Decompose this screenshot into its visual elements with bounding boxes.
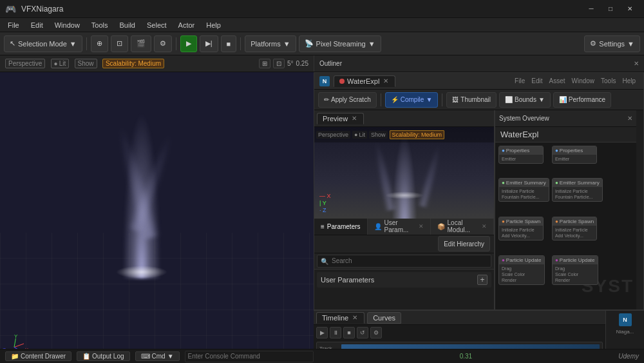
outliner-close[interactable]: ✕ bbox=[634, 60, 639, 67]
user-params-tab[interactable]: 👤 User Param... ✕ bbox=[368, 219, 431, 235]
grid-icon[interactable]: ⊞ bbox=[259, 59, 270, 68]
preview-viewport[interactable]: Perspective ● Lit Show Scalability: Medi… bbox=[314, 127, 494, 219]
maximize-button[interactable]: □ bbox=[601, 3, 620, 15]
node-particle-spawn-1[interactable]: ● Particle Spawn Initialize Particle Add… bbox=[498, 217, 544, 240]
pixel-streaming-button[interactable]: 📡 Pixel Streaming ▼ bbox=[299, 35, 381, 52]
menu-help[interactable]: Help bbox=[201, 20, 226, 30]
node-canvas[interactable]: SYST ● Properties Emitter bbox=[495, 142, 636, 309]
cmd-chevron: ▼ bbox=[167, 353, 174, 360]
settings-button[interactable]: ⚙ Settings ▼ bbox=[584, 35, 640, 52]
thumbnail-button[interactable]: 🖼 Thumbnail bbox=[446, 92, 497, 108]
apply-scratch-button[interactable]: ✏ Apply Scratch bbox=[318, 92, 377, 108]
node-dot-6: ● bbox=[555, 180, 558, 186]
parameters-tab[interactable]: ≡ Parameters bbox=[314, 219, 368, 235]
platforms-button[interactable]: Platforms ▼ bbox=[245, 35, 296, 52]
timeline-tabs-bar: Timeline ✕ Curves bbox=[314, 311, 605, 325]
scalability-badge[interactable]: Scalability: Medium bbox=[102, 59, 164, 68]
stop-button[interactable]: ■ bbox=[221, 35, 237, 52]
compile-icon: ⚡ bbox=[391, 96, 399, 103]
menu-build[interactable]: Build bbox=[115, 20, 140, 30]
close-button[interactable]: ✕ bbox=[621, 3, 639, 15]
snap-icon[interactable]: ⊡ bbox=[273, 59, 285, 68]
node-item-2: Fountain Particle... bbox=[502, 194, 546, 200]
curves-tab[interactable]: Curves bbox=[367, 312, 401, 324]
step-button[interactable]: ▶| bbox=[200, 35, 218, 52]
file-menu-item[interactable]: File bbox=[512, 76, 527, 86]
console-input[interactable] bbox=[185, 351, 314, 362]
menu-select[interactable]: Select bbox=[142, 20, 172, 30]
compile-button[interactable]: ⚡ Compile ▼ bbox=[385, 92, 439, 108]
menu-window[interactable]: Window bbox=[50, 20, 85, 30]
build-button[interactable]: ⚙ bbox=[154, 35, 172, 52]
content-drawer-button[interactable]: 📁 Content Drawer bbox=[5, 351, 71, 361]
menu-file[interactable]: File bbox=[3, 20, 24, 30]
node-emitter-summary-1[interactable]: ● Emitter Summary Initialize Particle Fo… bbox=[498, 178, 549, 202]
menu-actor[interactable]: Actor bbox=[173, 20, 200, 30]
tab-close-button[interactable]: ✕ bbox=[382, 77, 390, 84]
menu-tools[interactable]: Tools bbox=[86, 20, 113, 30]
node-particle-spawn-2[interactable]: ● Particle Spawn Initialize Particle Add… bbox=[552, 217, 597, 240]
performance-button[interactable]: 📊 Performance bbox=[553, 92, 611, 108]
timeline-tab[interactable]: Timeline ✕ bbox=[316, 312, 365, 324]
node-particle-update-1[interactable]: ● Particle Update Drag Scale Color Rende… bbox=[498, 255, 545, 285]
params-content: User Parameters + bbox=[314, 270, 494, 310]
local-modules-tab[interactable]: 📦 Local Modul... ✕ bbox=[431, 219, 494, 235]
waterexpl-tab[interactable]: WaterExpl ✕ bbox=[334, 75, 395, 87]
perspective-button[interactable]: Perspective bbox=[5, 59, 45, 68]
tl-pause-button[interactable]: ⏸ bbox=[330, 327, 341, 338]
user-params-section[interactable]: User Parameters + bbox=[317, 272, 491, 288]
snap-button[interactable]: ⊡ bbox=[111, 35, 128, 52]
preview-tab-close[interactable]: ✕ bbox=[350, 115, 358, 122]
preview-tab[interactable]: Preview ✕ bbox=[317, 113, 364, 124]
tl-loop-button[interactable]: ↺ bbox=[357, 327, 368, 338]
add-param-button[interactable]: + bbox=[477, 275, 488, 285]
cmd-button[interactable]: ⌨ Cmd ▼ bbox=[135, 351, 180, 361]
menu-edit[interactable]: Edit bbox=[26, 20, 48, 30]
edit-hierarchy-button[interactable]: Edit Hierarchy bbox=[438, 236, 490, 251]
search-icon: 🔍 bbox=[321, 257, 328, 264]
timeline-close[interactable]: ✕ bbox=[351, 314, 359, 321]
gear-icon: ⚙ bbox=[590, 39, 596, 48]
node-emitter-summary-2[interactable]: ● Emitter Summary Initialize Particle Fo… bbox=[552, 178, 603, 202]
preview-show-btn[interactable]: Show bbox=[369, 131, 388, 139]
tl-settings-button[interactable]: ⚙ bbox=[370, 327, 382, 338]
minimize-button[interactable]: ─ bbox=[582, 3, 600, 15]
preview-scalability-badge[interactable]: Scalability: Medium bbox=[390, 130, 445, 139]
scale-value: 0.25 bbox=[296, 60, 308, 67]
preview-perspective-btn[interactable]: Perspective bbox=[316, 131, 350, 139]
sys-overview-close[interactable]: ✕ bbox=[627, 115, 632, 122]
play-button[interactable]: ▶ bbox=[180, 35, 197, 52]
lit-button[interactable]: ● Lit bbox=[51, 59, 70, 68]
node-particle-update-2[interactable]: ● Particle Update Drag Scale Color Rende… bbox=[552, 255, 598, 285]
params-tabs-bar: ≡ Parameters 👤 User Param... ✕ 📦 Local M… bbox=[314, 219, 494, 235]
compile-chevron: ▼ bbox=[426, 96, 432, 103]
node-properties-2[interactable]: ● Properties Emitter bbox=[552, 146, 597, 164]
system-overview-content: SYST ● Properties Emitter bbox=[495, 142, 636, 309]
selection-mode-button[interactable]: ↖ Selection Mode ▼ bbox=[4, 35, 82, 52]
local-modules-close[interactable]: ✕ bbox=[482, 223, 487, 230]
particle-glow bbox=[116, 266, 167, 279]
main-viewport[interactable]: X Y Z bbox=[0, 72, 314, 362]
udemy-label: Udemy bbox=[618, 353, 639, 360]
preview-lit-btn[interactable]: ● Lit bbox=[352, 131, 367, 139]
search-input[interactable] bbox=[317, 255, 491, 268]
output-log-button[interactable]: 📋 Output Log bbox=[77, 351, 129, 361]
help-menu-item[interactable]: Help bbox=[620, 76, 638, 86]
show-button[interactable]: Show bbox=[75, 59, 97, 68]
outliner-label: Outliner bbox=[319, 60, 342, 67]
node-properties-1[interactable]: ● Properties Emitter bbox=[498, 146, 544, 164]
edit-menu-item[interactable]: Edit bbox=[529, 76, 545, 86]
bounds-button[interactable]: ⬜ Bounds ▼ bbox=[499, 92, 551, 108]
window-menu-item[interactable]: Window bbox=[569, 76, 597, 86]
cinematics-button[interactable]: 🎬 bbox=[131, 35, 151, 52]
user-params-close[interactable]: ✕ bbox=[419, 223, 424, 230]
niagara-editor: N WaterExpl ✕ File Edit Asset Window Too… bbox=[314, 72, 644, 310]
cursor-icon: ↖ bbox=[10, 39, 15, 48]
node-content-8: Drag bbox=[555, 266, 595, 271]
circle-icon: ● bbox=[54, 60, 58, 67]
tl-stop-button[interactable]: ■ bbox=[343, 327, 355, 338]
tl-play-button[interactable]: ▶ bbox=[316, 327, 328, 338]
transform-button[interactable]: ⊕ bbox=[91, 35, 108, 52]
asset-menu-item[interactable]: Asset bbox=[546, 76, 567, 86]
tools-menu-item[interactable]: Tools bbox=[598, 76, 618, 86]
